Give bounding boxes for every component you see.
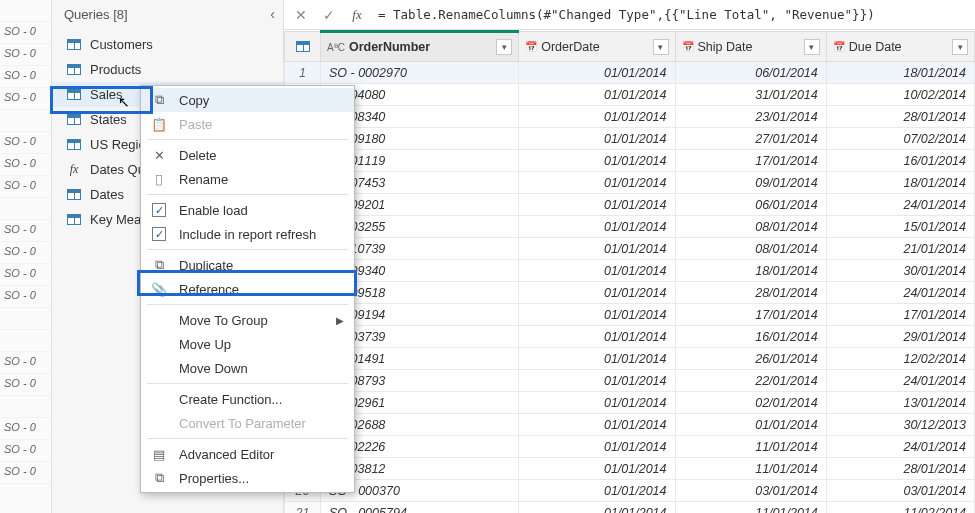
query-item-customers[interactable]: Customers: [52, 32, 283, 57]
table-row[interactable]: - 000879301/01/201422/01/201424/01/2014: [285, 370, 975, 392]
cell-duedate[interactable]: 11/02/2014: [826, 502, 974, 514]
cell-shipdate[interactable]: 26/01/2014: [675, 348, 826, 370]
cell-duedate[interactable]: 03/01/2014: [826, 480, 974, 502]
cell-duedate[interactable]: 18/01/2014: [826, 172, 974, 194]
cell-orderdate[interactable]: 01/01/2014: [519, 348, 675, 370]
table-row[interactable]: - 000296101/01/201402/01/201413/01/2014: [285, 392, 975, 414]
cell-shipdate[interactable]: 02/01/2014: [675, 392, 826, 414]
cell-orderdate[interactable]: 01/01/2014: [519, 370, 675, 392]
cell-shipdate[interactable]: 08/01/2014: [675, 216, 826, 238]
cell-duedate[interactable]: 30/01/2014: [826, 260, 974, 282]
cell-shipdate[interactable]: 09/01/2014: [675, 172, 826, 194]
queries-header[interactable]: Queries [8] ‹: [52, 0, 283, 28]
table-row[interactable]: - 000149101/01/201426/01/201412/02/2014: [285, 348, 975, 370]
cell-shipdate[interactable]: 22/01/2014: [675, 370, 826, 392]
cell-duedate[interactable]: 18/01/2014: [826, 62, 974, 84]
query-item-products[interactable]: Products: [52, 57, 283, 82]
table-row[interactable]: - 001073901/01/201408/01/201421/01/2014: [285, 238, 975, 260]
cell-orderdate[interactable]: 01/01/2014: [519, 172, 675, 194]
fx-icon[interactable]: fx: [346, 4, 368, 26]
cell-orderdate[interactable]: 01/01/2014: [519, 304, 675, 326]
cell-orderdate[interactable]: 01/01/2014: [519, 326, 675, 348]
cell-duedate[interactable]: 24/01/2014: [826, 194, 974, 216]
cell-shipdate[interactable]: 06/01/2014: [675, 194, 826, 216]
cell-shipdate[interactable]: 31/01/2014: [675, 84, 826, 106]
cell-shipdate[interactable]: 01/01/2014: [675, 414, 826, 436]
cell-duedate[interactable]: 24/01/2014: [826, 282, 974, 304]
menu-item-include-in-report-refresh[interactable]: ✓Include in report refresh: [141, 222, 354, 246]
cell-duedate[interactable]: 15/01/2014: [826, 216, 974, 238]
menu-item-enable-load[interactable]: ✓Enable load: [141, 198, 354, 222]
menu-item-delete[interactable]: ✕Delete: [141, 143, 354, 167]
column-header-due-date[interactable]: 📅Due Date▾: [826, 32, 974, 62]
menu-item-create-function[interactable]: Create Function...: [141, 387, 354, 411]
cell-shipdate[interactable]: 28/01/2014: [675, 282, 826, 304]
cell-orderdate[interactable]: 01/01/2014: [519, 282, 675, 304]
cell-shipdate[interactable]: 27/01/2014: [675, 128, 826, 150]
cell-shipdate[interactable]: 11/01/2014: [675, 436, 826, 458]
menu-item-duplicate[interactable]: ⧉Duplicate: [141, 253, 354, 277]
cell-orderdate[interactable]: 01/01/2014: [519, 106, 675, 128]
table-row[interactable]: - 000934001/01/201418/01/201430/01/2014: [285, 260, 975, 282]
cell-duedate[interactable]: 12/02/2014: [826, 348, 974, 370]
table-row[interactable]: - 000222601/01/201411/01/201424/01/2014: [285, 436, 975, 458]
table-row[interactable]: - 000920101/01/201406/01/201424/01/2014: [285, 194, 975, 216]
cell-duedate[interactable]: 16/01/2014: [826, 150, 974, 172]
row-number[interactable]: 21: [285, 502, 321, 514]
table-row[interactable]: 20SO - 00037001/01/201403/01/201403/01/2…: [285, 480, 975, 502]
table-row[interactable]: - 000268801/01/201401/01/201430/12/2013: [285, 414, 975, 436]
cell-orderdate[interactable]: 01/01/2014: [519, 238, 675, 260]
cell-orderdate[interactable]: 01/01/2014: [519, 62, 675, 84]
table-row[interactable]: - 000951801/01/201428/01/201424/01/2014: [285, 282, 975, 304]
cell-ordernumber[interactable]: SO - 0002970: [321, 62, 519, 84]
cell-orderdate[interactable]: 01/01/2014: [519, 458, 675, 480]
cell-duedate[interactable]: 24/01/2014: [826, 370, 974, 392]
table-row[interactable]: 21SO - 000579401/01/201411/01/201411/02/…: [285, 502, 975, 514]
column-filter-dropdown[interactable]: ▾: [952, 39, 968, 55]
column-filter-dropdown[interactable]: ▾: [804, 39, 820, 55]
cell-shipdate[interactable]: 17/01/2014: [675, 150, 826, 172]
table-row[interactable]: - 000381201/01/201411/01/201428/01/2014: [285, 458, 975, 480]
table-row[interactable]: - 000918001/01/201427/01/201407/02/2014: [285, 128, 975, 150]
cell-shipdate[interactable]: 23/01/2014: [675, 106, 826, 128]
table-row[interactable]: - 000745301/01/201409/01/201418/01/2014: [285, 172, 975, 194]
cell-shipdate[interactable]: 03/01/2014: [675, 480, 826, 502]
column-header-ship-date[interactable]: 📅Ship Date▾: [675, 32, 826, 62]
cell-shipdate[interactable]: 06/01/2014: [675, 62, 826, 84]
cell-orderdate[interactable]: 01/01/2014: [519, 392, 675, 414]
cell-shipdate[interactable]: 17/01/2014: [675, 304, 826, 326]
column-header-orderdate[interactable]: 📅OrderDate▾: [519, 32, 675, 62]
row-number[interactable]: 1: [285, 62, 321, 84]
column-header-ordernumber[interactable]: AᴮCOrderNumber▾: [321, 32, 519, 62]
formula-input[interactable]: = Table.RenameColumns(#"Changed Type",{{…: [374, 5, 969, 24]
menu-item-advanced-editor[interactable]: ▤Advanced Editor: [141, 442, 354, 466]
cell-duedate[interactable]: 07/02/2014: [826, 128, 974, 150]
cell-orderdate[interactable]: 01/01/2014: [519, 260, 675, 282]
column-filter-dropdown[interactable]: ▾: [653, 39, 669, 55]
cell-orderdate[interactable]: 01/01/2014: [519, 502, 675, 514]
cell-orderdate[interactable]: 01/01/2014: [519, 150, 675, 172]
cell-ordernumber[interactable]: SO - 0005794: [321, 502, 519, 514]
cell-duedate[interactable]: 24/01/2014: [826, 436, 974, 458]
cell-duedate[interactable]: 21/01/2014: [826, 238, 974, 260]
collapse-chevron-icon[interactable]: ‹: [270, 6, 275, 22]
cell-duedate[interactable]: 13/01/2014: [826, 392, 974, 414]
cell-shipdate[interactable]: 11/01/2014: [675, 458, 826, 480]
cell-orderdate[interactable]: 01/01/2014: [519, 216, 675, 238]
cell-shipdate[interactable]: 11/01/2014: [675, 502, 826, 514]
cell-shipdate[interactable]: 08/01/2014: [675, 238, 826, 260]
menu-item-move-up[interactable]: Move Up: [141, 332, 354, 356]
cell-orderdate[interactable]: 01/01/2014: [519, 84, 675, 106]
cell-orderdate[interactable]: 01/01/2014: [519, 414, 675, 436]
cell-orderdate[interactable]: 01/01/2014: [519, 194, 675, 216]
table-row[interactable]: - 000111901/01/201417/01/201416/01/2014: [285, 150, 975, 172]
cell-duedate[interactable]: 30/12/2013: [826, 414, 974, 436]
cancel-formula-button[interactable]: ✕: [290, 4, 312, 26]
cell-duedate[interactable]: 10/02/2014: [826, 84, 974, 106]
table-row[interactable]: 1SO - 000297001/01/201406/01/201418/01/2…: [285, 62, 975, 84]
table-row[interactable]: 2- 000408001/01/201431/01/201410/02/2014: [285, 84, 975, 106]
commit-formula-button[interactable]: ✓: [318, 4, 340, 26]
cell-duedate[interactable]: 29/01/2014: [826, 326, 974, 348]
column-filter-dropdown[interactable]: ▾: [496, 39, 512, 55]
cell-duedate[interactable]: 17/01/2014: [826, 304, 974, 326]
